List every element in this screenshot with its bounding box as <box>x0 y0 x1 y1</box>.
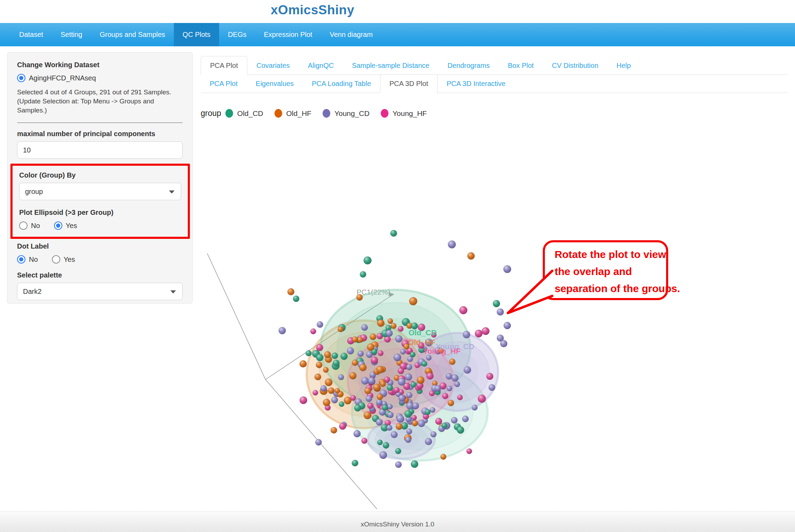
nav-item-dataset[interactable]: Dataset <box>10 23 52 46</box>
plot-ellipsoid-label: Plot Ellipsoid (>3 per Group) <box>19 209 181 217</box>
dot-label-radio-no[interactable] <box>17 255 25 264</box>
subtab-pca-loading-table[interactable]: PCA Loading Table <box>303 75 380 93</box>
legend-label-young-hf: Young_HF <box>393 109 427 118</box>
selection-info-line2: (Update Selection at: Top Menu -> Groups… <box>17 97 183 115</box>
pca-3d-plot[interactable]: PC1(22%)Old_CDOld_HFYoung_CDYoung_HF <box>201 125 546 512</box>
ellipsoid-radio-yes-label[interactable]: Yes <box>66 222 77 230</box>
legend-label-young-cd: Young_CD <box>334 109 370 118</box>
header: xOmicsShiny <box>0 0 795 23</box>
legend-dot-old-cd <box>225 109 233 118</box>
nav-item-venn-diagram[interactable]: Venn diagram <box>321 23 381 46</box>
subtab-pca-3d-interactive[interactable]: PCA 3D Interactive <box>438 75 515 93</box>
tab-box-plot[interactable]: Box Plot <box>499 57 543 75</box>
pca-subtabbar: PCA Plot Eigenvalues PCA Loading Table P… <box>201 75 788 93</box>
highlight-red-box: Color (Group) By group Plot Ellipsoid (>… <box>10 164 190 239</box>
legend-dot-old-hf <box>275 109 282 118</box>
legend-label-old-hf: Old_HF <box>286 109 311 118</box>
legend-label-old-cd: Old_CD <box>237 109 263 118</box>
annotation-line-2: the overlap and <box>555 263 663 280</box>
legend-entry-young-cd[interactable]: Young_CD <box>323 109 376 118</box>
subtab-pca-3d-plot[interactable]: PCA 3D Plot <box>380 74 438 93</box>
app-title: xOmicsShiny <box>271 3 354 17</box>
tab-cv-distribution[interactable]: CV Distribution <box>543 57 607 75</box>
chevron-down-icon <box>169 190 175 194</box>
subtab-eigenvalues[interactable]: Eigenvalues <box>247 75 303 93</box>
dot-label-radio-yes-label[interactable]: Yes <box>64 256 75 264</box>
tab-help[interactable]: Help <box>608 57 640 75</box>
legend-dot-young-hf <box>381 109 388 118</box>
color-group-by-value: group <box>25 188 43 196</box>
dataset-radio-label[interactable]: AgingHFCD_RNAseq <box>29 74 96 82</box>
footer-text: xOmicsShiny Version 1.0 <box>0 521 795 528</box>
tab-sample-sample-distance[interactable]: Sample-sample Distance <box>343 57 438 75</box>
sidebar-panel: Change Working Dataset AgingHFCD_RNAseq … <box>7 52 193 304</box>
change-working-dataset-heading: Change Working Dataset <box>17 61 183 69</box>
svg-text:Young_HF: Young_HF <box>423 347 461 355</box>
legend-dot-young-cd <box>323 109 330 118</box>
legend-title: group <box>201 109 221 118</box>
svg-text:Old_HF: Old_HF <box>408 338 435 347</box>
selection-info-line1: Selected 4 out of 4 Groups, 291 out of 2… <box>17 88 183 97</box>
nav-item-qc-plots[interactable]: QC Plots <box>174 23 219 46</box>
color-group-by-label: Color (Group) By <box>19 171 181 179</box>
tab-pca-plot[interactable]: PCA Plot <box>201 56 247 75</box>
tab-alignqc[interactable]: AlignQC <box>299 57 343 75</box>
select-palette-label: Select palette <box>17 271 183 279</box>
nav-item-degs[interactable]: DEGs <box>219 23 255 46</box>
legend-entry-old-cd[interactable]: Old_CD <box>225 109 270 118</box>
dataset-radio[interactable] <box>17 74 25 82</box>
dot-label-radio-no-label[interactable]: No <box>29 256 38 264</box>
nav-item-expression-plot[interactable]: Expression Plot <box>255 23 321 46</box>
tab-dendrograms[interactable]: Dendrograms <box>438 57 499 75</box>
plot-legend: group Old_CD Old_HF Young_CD Young_HF <box>201 109 438 118</box>
max-pc-label: maximal number of principal components <box>17 130 183 138</box>
qc-plots-tabbar: PCA Plot Covariates AlignQC Sample-sampl… <box>201 56 788 75</box>
annotation-line-3: separation of the groups. <box>555 280 663 297</box>
sidebar-divider <box>17 123 183 123</box>
footer: xOmicsShiny Version 1.0 <box>0 511 795 532</box>
dot-label-radio-yes[interactable] <box>52 255 60 264</box>
subtab-pca-plot[interactable]: PCA Plot <box>201 75 247 93</box>
nav-item-setting[interactable]: Setting <box>52 23 91 46</box>
ellipsoid-radio-no-label[interactable]: No <box>31 222 40 230</box>
palette-select[interactable]: Dark2 <box>17 283 183 300</box>
color-group-by-select[interactable]: group <box>19 183 181 200</box>
annotation-bubble-tail <box>495 265 564 320</box>
legend-entry-old-hf[interactable]: Old_HF <box>275 109 318 118</box>
ellipsoid-radio-yes[interactable] <box>54 221 62 230</box>
svg-text:Old_CD: Old_CD <box>409 328 437 337</box>
palette-value: Dark2 <box>23 288 41 296</box>
nav-item-groups-and-samples[interactable]: Groups and Samples <box>91 23 174 46</box>
ellipsoid-radio-no[interactable] <box>19 221 28 230</box>
dot-label-label: Dot Label <box>17 242 183 250</box>
annotation-line-1: Rotate the plot to view <box>555 246 663 263</box>
main-navbar: Dataset Setting Groups and Samples QC Pl… <box>0 23 795 46</box>
legend-entry-young-hf[interactable]: Young_HF <box>381 109 433 118</box>
tab-covariates[interactable]: Covariates <box>247 57 299 75</box>
chevron-down-icon <box>170 290 176 294</box>
max-pc-input[interactable] <box>17 141 183 159</box>
